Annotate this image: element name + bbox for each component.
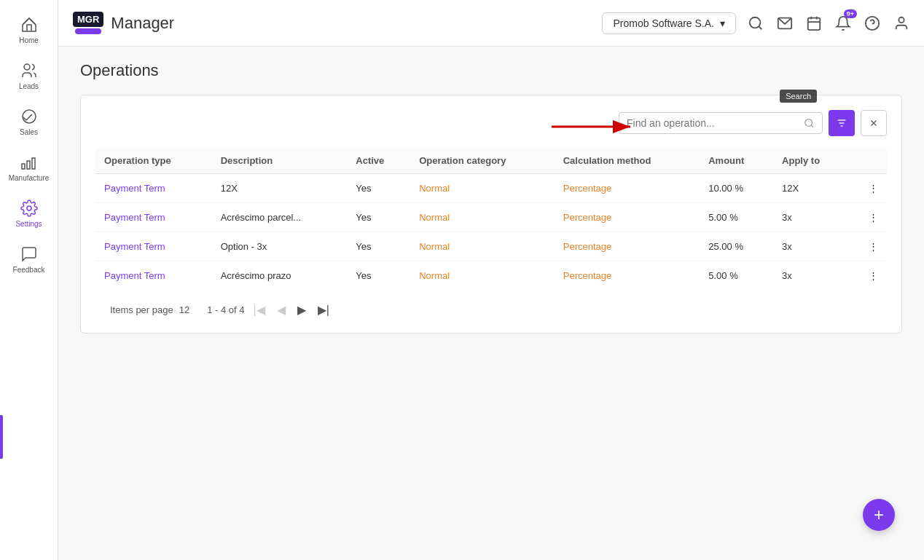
cell-category: Normal <box>410 232 555 261</box>
pagination: Items per page 12 1 - 4 of 4 |◀ ◀ ▶ ▶| <box>95 290 887 318</box>
operations-card: Search Operation type De <box>80 95 902 334</box>
close-icon <box>869 118 879 128</box>
cell-apply-to: 3x <box>773 203 850 232</box>
content: Operations Search <box>58 47 924 560</box>
chat-icon <box>20 245 38 263</box>
logo-bar <box>75 28 101 34</box>
row-actions-button[interactable]: ⋮ <box>850 174 887 203</box>
notifications-button[interactable]: 9+ <box>835 15 851 31</box>
col-description: Description <box>212 148 348 174</box>
table-body: Payment Term 12X Yes Normal Percentage 1… <box>95 174 887 291</box>
manufacture-icon <box>20 154 38 171</box>
search-area: Search <box>95 110 887 136</box>
cell-apply-to: 3x <box>773 232 850 261</box>
active-indicator <box>0 415 3 459</box>
cell-calculation: Percentage <box>555 261 700 291</box>
user-button[interactable] <box>893 15 909 31</box>
sidebar-item-settings[interactable]: Settings <box>0 191 58 237</box>
sidebar-home-label: Home <box>19 36 39 44</box>
cell-category: Normal <box>410 261 555 291</box>
page-title: Operations <box>80 61 902 80</box>
sidebar: Home Leads Sales Manufacture Settings Fe… <box>0 0 58 560</box>
calendar-button[interactable] <box>806 15 822 31</box>
sidebar-settings-label: Settings <box>15 220 42 228</box>
svg-rect-10 <box>808 17 821 29</box>
sidebar-item-feedback[interactable]: Feedback <box>0 237 58 283</box>
prev-page-button[interactable]: ◀ <box>274 301 289 318</box>
svg-line-20 <box>812 125 814 127</box>
row-actions-button[interactable]: ⋮ <box>850 261 887 291</box>
col-category: Operation category <box>410 148 555 174</box>
sidebar-leads-label: Leads <box>19 82 39 90</box>
search-button[interactable] <box>748 15 764 31</box>
add-fab-button[interactable]: + <box>863 499 895 531</box>
cell-calculation: Percentage <box>555 232 700 261</box>
search-input[interactable] <box>627 117 798 129</box>
sidebar-item-manufacture[interactable]: Manufacture <box>0 145 58 191</box>
cell-operation-type[interactable]: Payment Term <box>95 261 212 291</box>
items-per-page-value: 12 <box>179 304 189 315</box>
home-icon <box>20 16 38 33</box>
cell-operation-type[interactable]: Payment Term <box>95 174 212 203</box>
cell-active: Yes <box>347 174 410 203</box>
svg-point-6 <box>27 206 31 210</box>
table-row: Payment Term Acréscimo parcel... Yes Nor… <box>95 203 887 232</box>
cell-category: Normal <box>410 174 555 203</box>
gear-icon <box>20 200 38 217</box>
cell-amount: 25.00 % <box>700 232 773 261</box>
col-amount: Amount <box>700 148 773 174</box>
svg-rect-0 <box>23 25 36 31</box>
sidebar-item-leads[interactable]: Leads <box>0 53 58 99</box>
table-row: Payment Term 12X Yes Normal Percentage 1… <box>95 174 887 203</box>
next-page-button[interactable]: ▶ <box>294 301 309 318</box>
cell-amount: 5.00 % <box>700 203 773 232</box>
cell-operation-type[interactable]: Payment Term <box>95 232 212 261</box>
search-icon <box>804 117 815 129</box>
cell-active: Yes <box>347 232 410 261</box>
svg-line-8 <box>759 26 761 29</box>
cell-amount: 10.00 % <box>700 174 773 203</box>
company-selector[interactable]: Promob Software S.A. ▾ <box>602 12 736 34</box>
col-actions <box>850 148 887 174</box>
help-button[interactable] <box>864 15 880 31</box>
messages-button[interactable] <box>777 15 793 31</box>
cell-category: Normal <box>410 203 555 232</box>
search-input-wrap[interactable] <box>619 112 823 134</box>
last-page-button[interactable]: ▶| <box>315 301 332 318</box>
people-icon <box>20 62 38 79</box>
sidebar-item-sales[interactable]: Sales <box>0 99 58 145</box>
filter-icon <box>836 117 847 129</box>
sidebar-sales-label: Sales <box>20 128 38 136</box>
company-name: Promob Software S.A. <box>613 17 714 29</box>
cell-apply-to: 3x <box>773 261 850 291</box>
row-actions-button[interactable]: ⋮ <box>850 232 887 261</box>
page-range: 1 - 4 of 4 <box>207 304 244 315</box>
sidebar-item-home[interactable]: Home <box>0 7 58 53</box>
svg-point-19 <box>805 119 813 127</box>
cell-description: Acréscimo parcel... <box>212 203 348 232</box>
logo-area: MGR Manager <box>73 12 174 34</box>
svg-rect-3 <box>22 164 25 169</box>
annotation-arrow <box>552 116 639 138</box>
filter-button[interactable] <box>829 110 855 136</box>
cell-apply-to: 12X <box>773 174 850 203</box>
items-per-page-label: Items per page <box>110 304 173 315</box>
row-actions-button[interactable]: ⋮ <box>850 203 887 232</box>
topbar: MGR Manager Promob Software S.A. ▾ 9+ <box>58 0 924 47</box>
svg-point-7 <box>750 17 761 28</box>
first-page-button[interactable]: |◀ <box>251 301 268 318</box>
notification-badge: 9+ <box>844 9 857 18</box>
table-row: Payment Term Option - 3x Yes Normal Perc… <box>95 232 887 261</box>
operations-table: Operation type Description Active Operat… <box>95 148 887 290</box>
sidebar-manufacture-label: Manufacture <box>9 174 50 182</box>
main-area: MGR Manager Promob Software S.A. ▾ 9+ <box>58 0 924 560</box>
handshake-icon <box>20 108 38 125</box>
cell-description: Option - 3x <box>212 232 348 261</box>
sidebar-feedback-label: Feedback <box>13 266 45 274</box>
close-filter-button[interactable] <box>861 110 887 136</box>
table-row: Payment Term Acréscimo prazo Yes Normal … <box>95 261 887 291</box>
col-operation-type: Operation type <box>95 148 212 174</box>
cell-operation-type[interactable]: Payment Term <box>95 203 212 232</box>
col-active: Active <box>347 148 410 174</box>
svg-point-1 <box>24 64 30 70</box>
